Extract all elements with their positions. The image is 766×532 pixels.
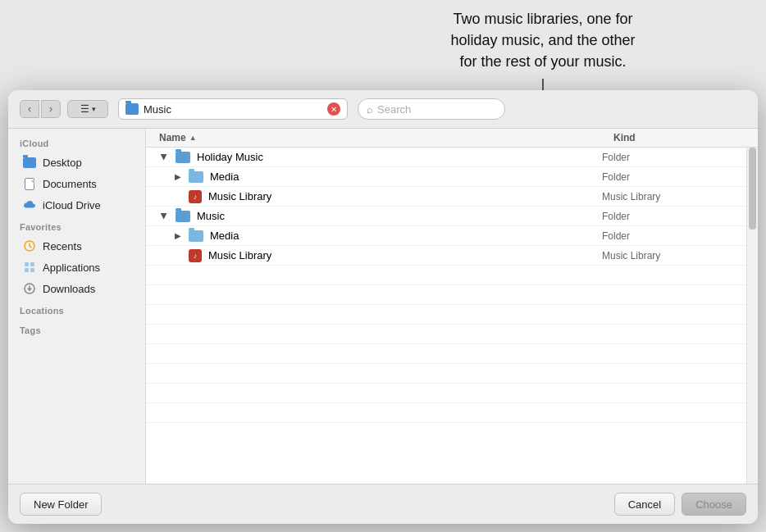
tooltip-line3: for the rest of your music. bbox=[459, 53, 626, 70]
sidebar-item-desktop-label: Desktop bbox=[43, 157, 82, 169]
downloads-icon bbox=[23, 282, 36, 295]
location-text: Music bbox=[144, 103, 322, 116]
svg-rect-1 bbox=[25, 262, 29, 266]
sidebar-item-recents[interactable]: Recents bbox=[11, 235, 142, 257]
table-row[interactable]: ▶ Media Folder bbox=[146, 226, 746, 246]
page-wrapper: Two music libraries, one for holiday mus… bbox=[0, 0, 766, 532]
chevron-expand-icon[interactable]: ▶ bbox=[159, 211, 171, 222]
main-content: Name ▲ Kind ▶ bbox=[146, 129, 758, 484]
sidebar-item-icloud-drive-label: iCloud Drive bbox=[43, 199, 101, 211]
file-kind: Folder bbox=[602, 152, 733, 163]
dialog-body: iCloud Desktop Documents bbox=[8, 129, 758, 484]
sidebar-item-icloud-drive[interactable]: iCloud Drive bbox=[11, 194, 142, 216]
table-row[interactable]: ▶ Music Folder bbox=[146, 207, 746, 226]
table-row[interactable]: ▶ ♪ Music Library Music Library bbox=[146, 187, 746, 207]
sidebar-item-desktop[interactable]: Desktop bbox=[11, 152, 142, 173]
sidebar-item-downloads-label: Downloads bbox=[43, 283, 95, 295]
scrollbar[interactable] bbox=[746, 148, 758, 484]
new-folder-button[interactable]: New Folder bbox=[20, 493, 102, 516]
sort-arrow-icon: ▲ bbox=[189, 134, 197, 142]
folder-icon bbox=[189, 171, 203, 183]
empty-row bbox=[146, 384, 746, 403]
svg-rect-4 bbox=[30, 268, 34, 272]
music-library-icon: ♪ bbox=[189, 190, 202, 203]
sidebar: iCloud Desktop Documents bbox=[8, 129, 146, 484]
dialog-toolbar: ‹ › ☰ ▾ Music ✕ ⌕ Search bbox=[8, 90, 758, 129]
empty-row bbox=[146, 364, 746, 384]
chevron-collapse-icon[interactable]: ▶ bbox=[172, 171, 184, 183]
file-row-name: ▶ ♪ Music Library bbox=[172, 249, 602, 262]
table-row[interactable]: ▶ Holiday Music Folder bbox=[146, 148, 746, 167]
empty-row bbox=[146, 403, 746, 423]
sidebar-item-recents-label: Recents bbox=[43, 240, 82, 252]
tooltip-line1: Two music libraries, one for bbox=[453, 11, 632, 27]
sidebar-item-downloads[interactable]: Downloads bbox=[11, 278, 142, 299]
search-icon: ⌕ bbox=[367, 103, 373, 116]
svg-rect-3 bbox=[25, 268, 29, 272]
file-row-name: ▶ Music bbox=[159, 210, 602, 222]
music-library-icon: ♪ bbox=[189, 249, 202, 262]
file-name: Music bbox=[197, 210, 225, 222]
dialog-footer: New Folder Cancel Choose bbox=[8, 484, 758, 524]
empty-row bbox=[146, 285, 746, 305]
chevron-collapse-icon[interactable]: ▶ bbox=[172, 230, 184, 242]
col-name-header[interactable]: Name ▲ bbox=[159, 132, 613, 143]
column-headers: Name ▲ Kind bbox=[146, 129, 758, 148]
table-row[interactable]: ▶ Media Folder bbox=[146, 167, 746, 187]
footer-right: Cancel Choose bbox=[614, 493, 746, 516]
forward-button[interactable]: › bbox=[41, 100, 61, 118]
chevron-down-icon: ▾ bbox=[92, 105, 96, 113]
file-kind: Music Library bbox=[602, 191, 733, 202]
file-kind: Folder bbox=[602, 171, 733, 183]
location-bar: Music ✕ bbox=[118, 98, 348, 120]
file-row-name: ▶ Media bbox=[172, 230, 602, 242]
sidebar-section-locations: Locations bbox=[8, 299, 145, 319]
list-icon: ☰ bbox=[80, 103, 89, 115]
file-name: Holiday Music bbox=[197, 151, 263, 163]
table-row[interactable]: ▶ ♪ Music Library Music Library bbox=[146, 246, 746, 266]
nav-buttons: ‹ › bbox=[20, 100, 61, 118]
view-options-button[interactable]: ☰ ▾ bbox=[67, 100, 108, 118]
file-row-name: ▶ Holiday Music bbox=[159, 151, 602, 163]
file-name: Music Library bbox=[208, 190, 271, 202]
empty-row bbox=[146, 344, 746, 364]
empty-row bbox=[146, 266, 746, 285]
col-kind-header[interactable]: Kind bbox=[613, 132, 745, 143]
file-name: Music Library bbox=[208, 249, 271, 261]
open-dialog: ‹ › ☰ ▾ Music ✕ ⌕ Search iCloud bbox=[8, 90, 758, 524]
col-name-label: Name bbox=[159, 132, 186, 143]
applications-icon bbox=[23, 261, 36, 274]
file-kind: Folder bbox=[602, 211, 733, 222]
file-kind: Music Library bbox=[602, 250, 733, 261]
svg-rect-2 bbox=[30, 262, 34, 266]
search-placeholder-text: Search bbox=[377, 103, 411, 116]
folder-icon bbox=[189, 230, 203, 242]
location-folder-icon bbox=[125, 103, 139, 115]
sidebar-item-documents[interactable]: Documents bbox=[11, 173, 142, 194]
file-name: Media bbox=[210, 230, 239, 242]
desktop-icon bbox=[23, 156, 36, 169]
sidebar-item-documents-label: Documents bbox=[43, 178, 97, 190]
search-bar[interactable]: ⌕ Search bbox=[358, 98, 505, 120]
col-kind-label: Kind bbox=[613, 132, 636, 143]
recents-icon bbox=[23, 239, 36, 252]
sidebar-item-applications-label: Applications bbox=[43, 261, 100, 274]
file-list-wrapper: ▶ Holiday Music Folder ▶ Media bbox=[146, 148, 758, 484]
file-list: ▶ Holiday Music Folder ▶ Media bbox=[146, 148, 746, 484]
location-clear-button[interactable]: ✕ bbox=[327, 102, 340, 116]
file-kind: Folder bbox=[602, 230, 733, 242]
cancel-button[interactable]: Cancel bbox=[614, 493, 675, 516]
tooltip-line2: holiday music, and the other bbox=[450, 32, 635, 48]
scrollbar-thumb[interactable] bbox=[749, 148, 756, 230]
documents-icon bbox=[23, 177, 36, 190]
chevron-expand-icon[interactable]: ▶ bbox=[159, 152, 171, 163]
sidebar-item-applications[interactable]: Applications bbox=[11, 257, 142, 278]
icloud-drive-icon bbox=[23, 198, 36, 211]
file-row-name: ▶ ♪ Music Library bbox=[172, 190, 602, 203]
sidebar-section-tags: Tags bbox=[8, 319, 145, 339]
sidebar-section-favorites: Favorites bbox=[8, 216, 145, 235]
back-button[interactable]: ‹ bbox=[20, 100, 39, 118]
empty-row bbox=[146, 305, 746, 325]
choose-button[interactable]: Choose bbox=[682, 493, 746, 516]
sidebar-section-icloud: iCloud bbox=[8, 139, 145, 152]
